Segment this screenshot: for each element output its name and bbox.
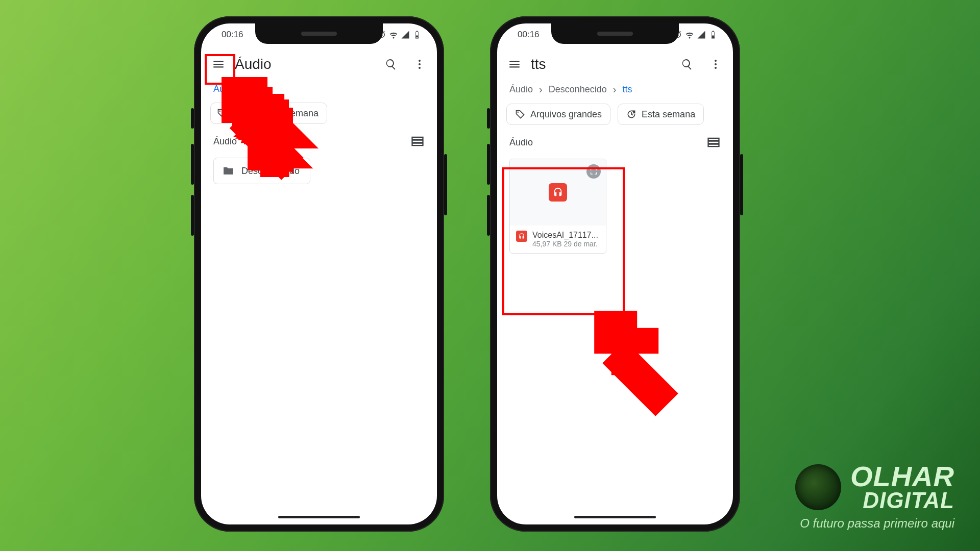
screen: 00:16 tts: [497, 23, 733, 524]
audio-file-icon: [549, 183, 567, 202]
folder-item[interactable]: Desconhecido: [213, 158, 310, 184]
phone-frame: 00:16 Áudio: [194, 16, 444, 532]
filter-chips: Esta semana: [201, 101, 437, 131]
side-button: [487, 195, 490, 236]
brand-logo-icon: [795, 464, 841, 510]
search-icon: [385, 58, 397, 70]
audio-file-icon: [516, 231, 527, 242]
view-toggle-button[interactable]: [706, 135, 721, 149]
svg-point-4: [419, 67, 421, 69]
side-button: [487, 108, 490, 129]
file-item[interactable]: VoicesAI_17117... 45,97 KB 29 de mar.: [509, 159, 606, 254]
tag-icon: [217, 108, 227, 118]
chip-label: Esta semana: [265, 108, 318, 119]
more-vert-icon: [709, 58, 722, 70]
breadcrumb-item[interactable]: Áudio: [213, 84, 237, 94]
section-header: Áudio: [497, 132, 733, 155]
section-label: Áudio: [509, 137, 533, 148]
hamburger-icon: [508, 58, 521, 71]
brand-line1: OLHAR: [850, 463, 954, 490]
breadcrumb-item[interactable]: tts: [622, 84, 632, 95]
fullscreen-icon: [590, 167, 598, 176]
status-icons: [673, 30, 718, 39]
search-icon: [681, 58, 693, 70]
notch: [551, 23, 679, 44]
chip-this-week[interactable]: Esta semana: [618, 104, 704, 125]
hamburger-icon: [212, 58, 225, 71]
svg-point-2: [419, 60, 421, 62]
side-button: [191, 144, 194, 185]
side-button: [191, 195, 194, 236]
search-button[interactable]: [379, 52, 403, 77]
phone-right: 00:16 tts: [490, 16, 740, 532]
breadcrumb: Áudio › Desconhecido › tts: [497, 83, 733, 102]
chip-label: Arquivos grandes: [530, 109, 602, 120]
folder-name: Desconhecido: [241, 166, 300, 177]
svg-rect-1: [416, 36, 419, 38]
brand-line2: DIGITAL: [850, 490, 954, 511]
menu-button[interactable]: [206, 52, 231, 77]
overflow-button[interactable]: [407, 52, 432, 77]
chip-large-files[interactable]: Arquivos grandes: [506, 104, 610, 125]
signal-icon: [401, 30, 410, 39]
wifi-icon: [685, 30, 694, 39]
chevron-right-icon: ›: [613, 84, 617, 95]
file-meta: VoicesAI_17117... 45,97 KB 29 de mar.: [510, 226, 606, 253]
svg-point-3: [419, 63, 421, 65]
svg-point-17: [715, 67, 717, 69]
search-button[interactable]: [675, 52, 699, 77]
app-bar: tts: [497, 46, 733, 83]
history-icon: [250, 108, 260, 118]
menu-button[interactable]: [502, 52, 527, 77]
more-vert-icon: [413, 58, 426, 70]
expand-button[interactable]: [586, 164, 601, 179]
phone-left: 00:16 Áudio: [194, 16, 444, 532]
home-indicator[interactable]: [574, 516, 656, 518]
side-button: [740, 154, 743, 215]
svg-point-5: [219, 111, 221, 112]
file-details: 45,97 KB 29 de mar.: [532, 240, 600, 248]
svg-rect-14: [712, 36, 715, 38]
tag-icon: [515, 109, 525, 119]
svg-point-18: [518, 112, 519, 113]
phone-frame: 00:16 tts: [490, 16, 740, 532]
brand-watermark: OLHAR DIGITAL O futuro passa primeiro aq…: [795, 463, 954, 531]
breadcrumb-item[interactable]: Áudio: [509, 84, 533, 95]
status-icons: [377, 30, 422, 39]
chip-label: Esta semana: [642, 109, 695, 120]
svg-point-16: [715, 63, 717, 65]
filter-chips: Arquivos grandes Esta semana: [497, 102, 733, 132]
battery-icon: [708, 30, 718, 39]
app-title: Áudio: [235, 56, 375, 72]
wifi-icon: [389, 30, 398, 39]
breadcrumb-item[interactable]: Desconhecido: [549, 84, 607, 95]
chip-tag[interactable]: [210, 103, 234, 124]
svg-point-15: [715, 60, 717, 62]
battery-icon: [412, 30, 422, 39]
section-label: Áudio: [213, 136, 237, 147]
app-title: tts: [531, 56, 671, 72]
status-time: 00:16: [518, 30, 540, 40]
notch: [255, 23, 383, 44]
view-toggle-button[interactable]: [410, 134, 425, 148]
chevron-right-icon: ›: [539, 84, 543, 95]
file-thumbnail: [510, 159, 606, 226]
history-icon: [626, 109, 636, 119]
signal-icon: [697, 30, 706, 39]
side-button: [487, 144, 490, 185]
side-button: [191, 108, 194, 129]
overflow-button[interactable]: [703, 52, 728, 77]
breadcrumb: Áudio: [201, 83, 437, 101]
screen: 00:16 Áudio: [201, 23, 437, 524]
brand-tagline: O futuro passa primeiro aqui: [795, 516, 954, 531]
side-button: [444, 154, 447, 215]
home-indicator[interactable]: [278, 516, 360, 518]
folder-icon: [222, 165, 234, 177]
section-header: Áudio: [201, 131, 437, 154]
chip-this-week[interactable]: Esta semana: [241, 103, 327, 124]
status-time: 00:16: [222, 30, 243, 40]
app-bar: Áudio: [201, 46, 437, 83]
file-name: VoicesAI_17117...: [532, 231, 600, 240]
